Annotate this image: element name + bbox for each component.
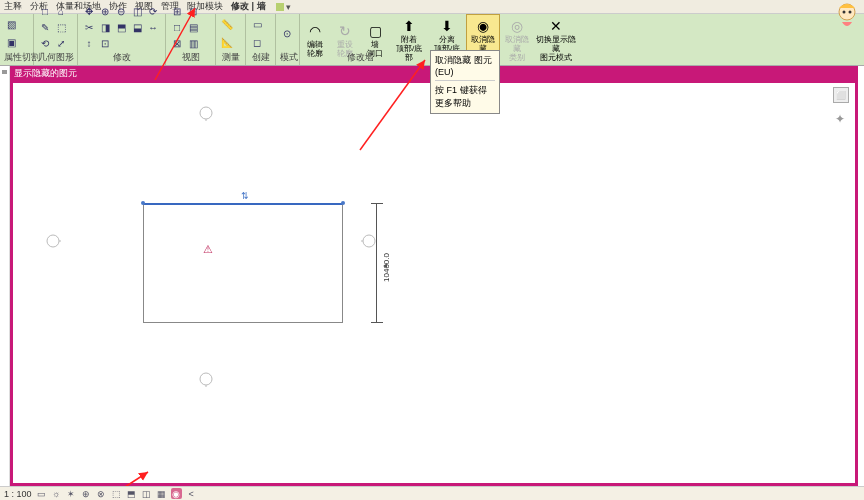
ribbon-label-modify: 修改 xyxy=(82,51,161,64)
view-scale[interactable]: 1 : 100 xyxy=(4,489,32,499)
reveal-hidden-icon[interactable]: ◉ xyxy=(171,488,182,499)
ribbon-label-measure: 测量 xyxy=(220,51,241,64)
ribbon-label-modwall: 修改墙 xyxy=(300,51,420,64)
dimension-icon[interactable]: 📐 xyxy=(220,35,234,49)
view-cube[interactable]: ⬜ xyxy=(833,87,849,103)
ribbon-label-view: 视图 xyxy=(170,51,211,64)
menu-modify-wall-tab[interactable]: 修改 | 墙 xyxy=(231,0,266,13)
wall-rectangle[interactable] xyxy=(143,203,343,323)
view-control-bar: 1 : 100 ▭ ☼ ✶ ⊕ ⊗ ⬚ ⬒ ◫ ▦ ◉ < xyxy=(0,486,864,500)
level-marker-bottom[interactable] xyxy=(198,371,214,387)
geom-icon-3[interactable]: ✎ xyxy=(38,20,52,34)
dimension-handle-icon[interactable]: ◂ xyxy=(383,261,387,270)
mode-icon[interactable]: ⊙ xyxy=(280,26,294,40)
mascot-icon xyxy=(832,0,862,40)
toggle-reveal-button[interactable]: ✕ 切换显示隐藏图元模式 xyxy=(534,14,578,65)
view-icon-3[interactable]: □ xyxy=(170,20,184,34)
scale-v-icon[interactable]: ↕ xyxy=(82,36,96,50)
svg-point-6 xyxy=(363,235,375,247)
tooltip-help: 按 F1 键获得更多帮助 xyxy=(435,83,495,111)
drag-handle-tl[interactable] xyxy=(141,201,145,205)
left-panel-collapsed[interactable] xyxy=(0,66,10,486)
flip-control-icon[interactable]: ⇅ xyxy=(241,191,249,201)
helper-mascot[interactable] xyxy=(832,0,862,40)
crop-region-icon[interactable]: ⬒ xyxy=(126,488,137,499)
svg-point-9 xyxy=(843,11,846,14)
svg-point-0 xyxy=(200,107,212,119)
ribbon-group-measure: 📏 📐 测量 xyxy=(216,14,246,65)
copy-icon[interactable]: ⊕ xyxy=(98,4,112,18)
ribbon-group-cut: ▧ ▣ 属性切割 xyxy=(0,14,34,65)
lock-3d-icon[interactable]: ◫ xyxy=(141,488,152,499)
drag-handle-tr[interactable] xyxy=(341,201,345,205)
menu-annotate[interactable]: 主释 xyxy=(4,0,22,13)
sun-path-icon[interactable]: ✶ xyxy=(66,488,77,499)
level-marker-left[interactable] xyxy=(45,233,61,249)
level-marker-right[interactable] xyxy=(361,233,377,249)
view-icon-5[interactable]: ⊠ xyxy=(170,36,184,50)
array-icon[interactable]: ⟳ xyxy=(146,4,160,18)
shadows-on-icon[interactable]: ⊕ xyxy=(81,488,92,499)
scale-h-icon[interactable]: ↔ xyxy=(146,20,160,34)
unhide-category-icon: ◎ xyxy=(508,17,526,35)
create-icon-2[interactable]: ◻ xyxy=(250,35,264,49)
detach-icon: ⬇ xyxy=(438,17,456,35)
tab-dropdown-icon[interactable]: ▾ xyxy=(286,2,291,12)
move-icon[interactable]: ✥ xyxy=(82,4,96,18)
drawing-viewport[interactable]: ⇅ 10400.0 ◂ ⚠ ⬜ xyxy=(10,80,858,486)
ribbon-label-cut: 属性切割 xyxy=(4,51,29,64)
rotate-icon[interactable]: ⊖ xyxy=(114,4,128,18)
view-icon-1[interactable]: ⊞ xyxy=(170,4,184,18)
ribbon-label-mode: 模式 xyxy=(280,51,295,64)
geom-icon-5[interactable]: ⟲ xyxy=(38,36,52,50)
ribbon-group-create: ▭ ◻ 创建 xyxy=(246,14,276,65)
trim-icon[interactable]: ✂ xyxy=(82,20,96,34)
detail-level-icon[interactable]: ▭ xyxy=(36,488,47,499)
view-icon-4[interactable]: ▤ xyxy=(186,20,200,34)
svg-point-2 xyxy=(200,373,212,385)
shadows-off-icon[interactable]: ⊗ xyxy=(96,488,107,499)
view-icon-2[interactable]: ⊟ xyxy=(186,4,200,18)
status-chevron-icon[interactable]: < xyxy=(186,488,197,499)
cut-profile-icon[interactable]: ▧ xyxy=(4,17,18,31)
close-icon: ✕ xyxy=(547,17,565,35)
cut-geom-icon[interactable]: ▣ xyxy=(4,35,18,49)
pin-icon[interactable]: ⊡ xyxy=(98,36,112,50)
measure-icon[interactable]: 📏 xyxy=(220,17,234,31)
crop-view-icon[interactable]: ⬚ xyxy=(111,488,122,499)
ribbon-group-geometry: □ ⌂ ✎ ⬚ ⟲ ⤢ 几何图形 xyxy=(34,14,78,65)
ribbon-group-modify: ✥ ⊕ ⊖ ◫ ⟳ ✂ ◨ ⬒ ⬓ ↔ ↕ ⊡ 修改 xyxy=(78,14,166,65)
split-icon[interactable]: ◨ xyxy=(98,20,112,34)
geom-icon-1[interactable]: □ xyxy=(38,4,52,18)
color-swatch[interactable] xyxy=(276,3,284,11)
attach-icon: ⬆ xyxy=(400,17,418,35)
geom-icon-4[interactable]: ⬚ xyxy=(54,20,68,34)
ribbon-label-geometry: 几何图形 xyxy=(38,51,73,64)
create-icon-1[interactable]: ▭ xyxy=(250,17,264,31)
ribbon-label-create: 创建 xyxy=(250,51,271,64)
nav-compass-icon[interactable] xyxy=(835,109,849,123)
unhide-element-icon: ◉ xyxy=(474,17,492,35)
ribbon-group-view: ⊞ ⊟ □ ▤ ⊠ ▥ 视图 xyxy=(166,14,216,65)
ribbon-group-mode: ⊙ 模式 xyxy=(276,14,300,65)
mirror-icon[interactable]: ◫ xyxy=(130,4,144,18)
edit-profile-icon: ◠ xyxy=(306,22,324,40)
tooltip-title: 取消隐藏 图元 (EU) xyxy=(435,53,495,78)
wall-opening-icon: ▢ xyxy=(366,22,384,40)
annotation-warning-icon[interactable]: ⚠ xyxy=(203,243,215,255)
align-icon[interactable]: ⬓ xyxy=(130,20,144,34)
svg-point-10 xyxy=(849,11,852,14)
unhide-category-button[interactable]: ◎ 取消隐藏类别 xyxy=(500,14,534,65)
ribbon-tooltip: 取消隐藏 图元 (EU) 按 F1 键获得更多帮助 xyxy=(430,50,500,114)
geom-icon-6[interactable]: ⤢ xyxy=(54,36,68,50)
dimension-vertical[interactable]: 10400.0 ◂ xyxy=(353,203,383,323)
svg-point-4 xyxy=(47,235,59,247)
visual-style-icon[interactable]: ☼ xyxy=(51,488,62,499)
offset-icon[interactable]: ⬒ xyxy=(114,20,128,34)
geom-icon-2[interactable]: ⌂ xyxy=(54,4,68,18)
temp-hide-icon[interactable]: ▦ xyxy=(156,488,167,499)
level-marker-top[interactable] xyxy=(198,105,214,121)
view-icon-6[interactable]: ▥ xyxy=(186,36,200,50)
reset-profile-icon: ↻ xyxy=(336,22,354,40)
